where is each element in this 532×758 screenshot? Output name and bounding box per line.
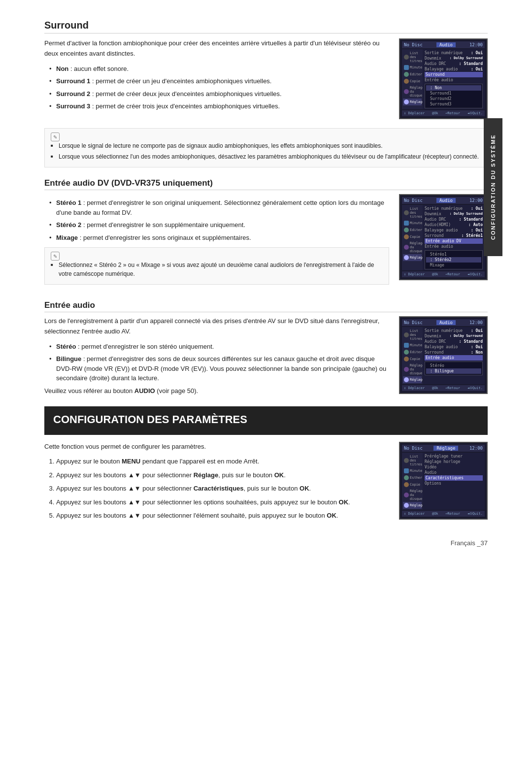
list-item: Non : aucun effet sonore. (49, 64, 389, 74)
config-title: CONFIGURATION DES PARAMÈTRES (53, 413, 479, 428)
note-item: Sélectionnez « Stéréo 2 » ou « Mixage » … (51, 261, 383, 278)
list-item: Surround 1 : permet de créer un jeu d'en… (49, 76, 389, 86)
surround-screen: No DiscAudio12:00 List des titres Minute… (399, 38, 488, 119)
note-item: Lorsque le signal de lecture ne comporte… (51, 141, 481, 150)
list-item: Appuyez sur les boutons ▲▼ pour sélectio… (56, 484, 389, 494)
list-item: Stéréo : permet d'enregistrer le son sté… (49, 342, 389, 352)
surround-bullets: Non : aucun effet sonore. Surround 1 : p… (49, 64, 389, 111)
entree-audio-dv-section: Entrée audio DV (DVD-VR375 uniquement) S… (44, 178, 488, 290)
dvd-mockup-1: No DiscAudio12:00 List des titres Minute… (399, 38, 488, 119)
list-item: Bilingue : permet d'enregistrer des sons… (49, 354, 389, 383)
note-icon: ✎ (51, 252, 60, 261)
config-steps: Appuyez sur le bouton MENU pendant que l… (56, 457, 389, 521)
entree-audio-title: Entrée audio (44, 300, 488, 312)
list-item: Surround 2 : permet de créer deux jeux d… (49, 89, 389, 99)
surround-intro: Permet d'activer la fonction ambiophoniq… (44, 38, 389, 59)
list-item: Appuyez sur le bouton MENU pendant que l… (56, 457, 389, 466)
entree-audio-intro: Lors de l'enregistrement à partir d'un a… (44, 316, 389, 337)
note-item: Lorsque vous sélectionnez l'un des modes… (51, 152, 481, 161)
page-footer: Français _37 (44, 539, 488, 547)
note-icon: ✎ (51, 132, 60, 141)
dvd-mockup-2: No DiscAudio12:00 List des titres Minute… (399, 194, 488, 280)
entree-audio-dv-text: Stéréo 1 : permet d'enregistrer le son o… (44, 194, 389, 290)
page-number: Français _37 (451, 539, 488, 547)
config-text: Cette fonction vous permet de configurer… (44, 442, 389, 525)
list-item: Surround 3 : permet de créer trois jeux … (49, 101, 389, 111)
surround-section: Surround Permet d'activer la fonction am… (44, 20, 488, 167)
list-item: Stéréo 1 : permet d'enregistrer le son o… (49, 198, 389, 217)
list-item: Appuyez sur les boutons ▲▼ pour sélectio… (56, 470, 389, 480)
entree-audio-dv-bullets: Stéréo 1 : permet d'enregistrer le son o… (49, 198, 389, 242)
surround-title: Surround (44, 20, 488, 33)
surround-notes: ✎ Lorsque le signal de lecture ne compor… (44, 128, 488, 167)
entree-audio-text: Lors de l'enregistrement à partir d'un a… (44, 316, 389, 395)
entree-audio-section: Entrée audio Lors de l'enregistrement à … (44, 300, 488, 395)
config-intro: Cette fonction vous permet de configurer… (44, 442, 389, 452)
sidebar-label: CONFIGURATION DU SYSTÈME (484, 118, 502, 256)
list-item: Appuyez sur les boutons ▲▼ pour sélectio… (56, 497, 389, 507)
dvd-mockup-3: No DiscAudio12:00 List des titres Minute… (399, 316, 488, 394)
config-section-header: CONFIGURATION DES PARAMÈTRES (44, 406, 488, 435)
list-item: Mixage : permet d'enregistrer les sons o… (49, 233, 389, 243)
entree-audio-dv-note: ✎ Sélectionnez « Stéréo 2 » ou « Mixage … (44, 247, 389, 285)
list-item: Appuyez sur les boutons ▲▼ pour sélectio… (56, 511, 389, 521)
audio-note: Veuillez vous référer au bouton AUDIO (v… (44, 387, 389, 395)
entree-audio-dv-title: Entrée audio DV (DVD-VR375 uniquement) (44, 178, 488, 190)
entree-audio-screen: No DiscAudio12:00 List des titres Minute… (399, 316, 488, 395)
config-screen: No DiscRéglage12:00 List des titres Minu… (399, 442, 488, 525)
list-item: Stéréo 2 : permet d'enregistrer le son s… (49, 220, 389, 230)
entree-audio-dv-screen: No DiscAudio12:00 List des titres Minute… (399, 194, 488, 290)
entree-audio-bullets: Stéréo : permet d'enregistrer le son sté… (49, 342, 389, 383)
surround-text: Permet d'activer la fonction ambiophoniq… (44, 38, 389, 119)
config-section-body: Cette fonction vous permet de configurer… (44, 442, 488, 525)
dvd-mockup-4: No DiscRéglage12:00 List des titres Minu… (399, 442, 488, 520)
